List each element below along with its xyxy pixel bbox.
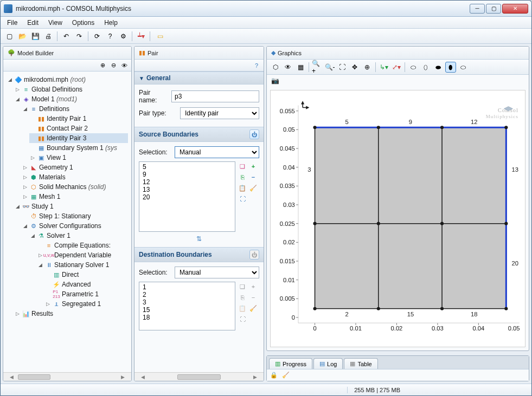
- help-icon[interactable]: ?: [252, 61, 261, 70]
- paste-sel-icon[interactable]: 📋: [238, 183, 247, 193]
- undo-icon[interactable]: ↶: [61, 31, 72, 42]
- pair-hscrollbar[interactable]: ◀▶: [134, 372, 264, 381]
- tree-toggle-icon[interactable]: ◢: [14, 96, 21, 102]
- clear-log-icon[interactable]: 🧹: [281, 371, 291, 380]
- zoom-sel-icon[interactable]: ⛶: [238, 194, 247, 204]
- tree-toggle-icon[interactable]: ▷: [14, 310, 21, 317]
- wireframe-icon[interactable]: ▦: [295, 62, 306, 73]
- tree-toggle-icon[interactable]: ▷: [44, 301, 51, 307]
- tree-segregated-1[interactable]: ▷ ⫫ Segregated 1: [44, 299, 128, 309]
- menu-file[interactable]: File: [3, 18, 22, 28]
- swap-icon[interactable]: ⇅: [196, 235, 202, 243]
- tree-toggle-icon[interactable]: ◢: [29, 232, 36, 239]
- refresh-icon[interactable]: ⟳: [92, 31, 102, 42]
- tree-toggle-icon[interactable]: ▷: [22, 184, 28, 190]
- axis-orient-icon[interactable]: ↳▾: [379, 62, 389, 73]
- tree-view-1[interactable]: ▷ ▣ View 1: [29, 153, 128, 163]
- source-selection-select[interactable]: Manual: [175, 146, 259, 158]
- tree-solid-mechanics[interactable]: ▷ ⬡ Solid Mechanics (solid): [22, 182, 128, 192]
- graphics-tab[interactable]: ◆ Graphics: [267, 47, 529, 60]
- section-source-boundaries[interactable]: Source Boundaries ⏻: [134, 127, 264, 142]
- menu-edit[interactable]: Edit: [23, 18, 43, 28]
- list-item[interactable]: 2: [140, 291, 234, 298]
- tab-log[interactable]: ▤Log: [313, 358, 343, 369]
- list-item[interactable]: 5: [140, 163, 234, 171]
- clear-icon[interactable]: 🧹: [248, 303, 258, 313]
- zoom-extents-icon[interactable]: ✥: [349, 62, 360, 73]
- activate-selection-icon[interactable]: ❏: [238, 161, 247, 171]
- list-item[interactable]: 12: [140, 178, 234, 186]
- list-item[interactable]: 20: [140, 193, 234, 201]
- menu-options[interactable]: Options: [68, 18, 99, 28]
- tree-study-1[interactable]: ◢ 👓 Study 1: [14, 202, 128, 211]
- section-dest-boundaries[interactable]: Destination Boundaries ⏻: [134, 247, 264, 262]
- dest-boundaries-list[interactable]: 1 2 3 15 18: [139, 282, 235, 330]
- tree-mesh-1[interactable]: ▷ ▦ Mesh 1: [22, 192, 128, 202]
- list-item[interactable]: 13: [140, 186, 234, 193]
- zoom-selected-icon[interactable]: ⊕: [362, 62, 373, 73]
- save-icon[interactable]: 💾: [30, 31, 41, 42]
- dest-selection-select[interactable]: Manual: [175, 267, 259, 278]
- lock-icon[interactable]: 🔒: [269, 371, 279, 380]
- list-item[interactable]: 18: [140, 314, 234, 321]
- list-item[interactable]: 1: [140, 283, 234, 291]
- tree-parametric-1[interactable]: P1213 Parametric 1: [44, 289, 128, 299]
- menu-help[interactable]: Help: [100, 18, 122, 28]
- axis-icon[interactable]: ┷▾: [136, 31, 146, 42]
- close-button[interactable]: ✕: [502, 4, 528, 14]
- tree-definitions[interactable]: ◢ ≡ Definitions: [22, 104, 128, 114]
- list-item[interactable]: 3: [140, 298, 234, 306]
- tree-toggle-icon[interactable]: ▷: [22, 174, 28, 180]
- expand-icon[interactable]: ⊕: [98, 61, 107, 70]
- print-icon[interactable]: 🖨: [43, 31, 54, 42]
- list-item[interactable]: 9: [140, 171, 234, 178]
- open-icon[interactable]: 📂: [17, 31, 28, 42]
- tree-toggle-icon[interactable]: ▷: [29, 154, 36, 161]
- tab-table[interactable]: ▦Table: [344, 358, 377, 369]
- tree-toggle-icon[interactable]: ▷: [14, 86, 21, 93]
- select-domain-icon[interactable]: ⬮: [445, 62, 456, 73]
- source-boundaries-list[interactable]: 5 9 12 13 20: [139, 161, 235, 232]
- camera-icon[interactable]: ⤢▾: [391, 62, 402, 73]
- tree-toggle-icon[interactable]: ◢: [7, 76, 13, 83]
- tree-model1[interactable]: ◢ ◈ Model 1 (mod1): [14, 94, 128, 104]
- tree-toggle-icon[interactable]: ▷: [22, 193, 28, 200]
- remove-icon[interactable]: −: [248, 172, 258, 182]
- new-icon[interactable]: ▢: [4, 31, 15, 42]
- model-builder-tab[interactable]: 🌳 Model Builder: [3, 47, 131, 60]
- section-general[interactable]: ▼ General: [134, 72, 264, 85]
- pair-name-input[interactable]: [171, 90, 259, 102]
- tree-geometry-1[interactable]: ▷ ◣ Geometry 1: [22, 163, 128, 172]
- graphics-canvas[interactable]: 0.055 0.05 0.045 0.04 0.035 0.03 0.025 0…: [270, 90, 525, 347]
- activate-dest-button[interactable]: ⏻: [249, 250, 259, 259]
- ruler-icon[interactable]: ▭: [153, 31, 166, 42]
- add-icon[interactable]: +: [248, 161, 258, 171]
- tree-results[interactable]: ▷ 📊 Results: [14, 309, 128, 319]
- tree-materials[interactable]: ▷ ⬢ Materials: [22, 172, 128, 182]
- list-item[interactable]: 15: [140, 306, 234, 314]
- tree-toggle-icon[interactable]: ◢: [22, 106, 28, 112]
- show-icon[interactable]: 👁: [119, 61, 129, 70]
- zoom-in-icon[interactable]: 🔍+: [312, 62, 323, 73]
- tree-toggle-icon[interactable]: ◢: [14, 203, 21, 210]
- tree-advanced[interactable]: ⚡ Advanced: [44, 280, 128, 289]
- zoom-out-icon[interactable]: 🔍-: [324, 62, 335, 73]
- settings-icon[interactable]: ⚙: [118, 31, 129, 42]
- pair-tab[interactable]: ▮▮ Pair: [134, 47, 264, 60]
- menu-view[interactable]: View: [44, 18, 67, 28]
- select-edge-icon[interactable]: ⬯: [420, 62, 431, 73]
- tree-identity-pair-3[interactable]: ▮▮ Identity Pair 3: [29, 133, 128, 143]
- tree-solver-configs[interactable]: ◢ ⚙ Solver Configurations: [22, 221, 128, 231]
- pair-type-select[interactable]: Identity pair: [180, 107, 259, 119]
- tree-compile-eq[interactable]: ≡ Compile Equations:: [37, 241, 128, 250]
- tree-toggle-icon[interactable]: ▷: [37, 252, 43, 258]
- tree-direct[interactable]: ▥ Direct: [44, 270, 128, 280]
- copy-sel-icon[interactable]: ⎘: [238, 172, 247, 182]
- zoom-box-icon[interactable]: ⛶: [337, 62, 348, 73]
- tree-dependent-vars[interactable]: ▷ u,v,w Dependent Variable: [37, 250, 128, 260]
- tab-progress[interactable]: ▥Progress: [269, 358, 312, 369]
- help-icon[interactable]: ?: [105, 31, 116, 42]
- clear-icon[interactable]: 🧹: [248, 183, 258, 193]
- tree-toggle-icon[interactable]: ▷: [22, 164, 28, 171]
- tree-solver-1[interactable]: ◢ ⚗ Solver 1: [29, 231, 128, 241]
